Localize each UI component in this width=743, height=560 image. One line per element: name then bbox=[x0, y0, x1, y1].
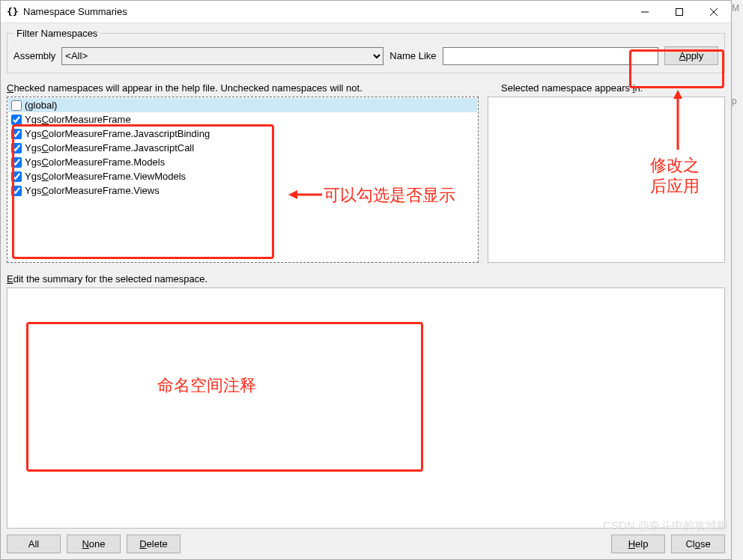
edit-summary-label: Edit the summary for the selected namesp… bbox=[7, 273, 725, 284]
bottom-buttons: All None Delete Help Close bbox=[7, 535, 725, 553]
namespace-label: YgsColorMeasureFrame.JavascriptCall bbox=[25, 142, 194, 153]
filter-group: Filter Namespaces Assembly <All> Name Li… bbox=[7, 28, 725, 73]
namespace-label: YgsColorMeasureFrame.Views bbox=[25, 185, 160, 196]
close-button[interactable] bbox=[697, 1, 731, 22]
all-button[interactable]: All bbox=[7, 535, 61, 553]
minimize-button[interactable] bbox=[628, 1, 662, 22]
window: {} Namespace Summaries Filter Namespaces… bbox=[0, 0, 732, 560]
appears-in-box bbox=[488, 97, 725, 263]
namespace-checkbox[interactable] bbox=[11, 186, 22, 196]
none-button[interactable]: None bbox=[67, 535, 121, 553]
namespace-label: YgsColorMeasureFrame bbox=[25, 114, 131, 125]
list-headers: Checked namespaces will appear in the he… bbox=[7, 82, 725, 94]
apply-button[interactable]: Apply bbox=[664, 46, 718, 65]
list-item[interactable]: (global) bbox=[8, 98, 477, 112]
list-item[interactable]: YgsColorMeasureFrame.ViewModels bbox=[8, 169, 477, 183]
list-item[interactable]: YgsColorMeasureFrame.Views bbox=[8, 183, 477, 198]
namespace-label: YgsColorMeasureFrame.ViewModels bbox=[25, 171, 186, 182]
close-dialog-button[interactable]: Close bbox=[671, 535, 725, 553]
minimize-icon bbox=[641, 8, 649, 16]
cropped-edge: M p bbox=[732, 0, 742, 106]
namespace-checkbox[interactable] bbox=[11, 100, 22, 111]
namespace-label: (global) bbox=[25, 100, 57, 111]
namespace-checkbox[interactable] bbox=[11, 115, 22, 125]
namespace-checkbox[interactable] bbox=[11, 143, 22, 153]
app-icon: {} bbox=[7, 6, 19, 18]
filter-legend: Filter Namespaces bbox=[13, 28, 100, 39]
summary-editor[interactable] bbox=[7, 287, 725, 529]
maximize-button[interactable] bbox=[662, 1, 697, 22]
columns: (global)YgsColorMeasureFrameYgsColorMeas… bbox=[7, 97, 725, 263]
assembly-select[interactable]: <All> bbox=[61, 47, 383, 65]
filter-row: Assembly <All> Name Like Apply bbox=[13, 46, 718, 65]
namelike-label: Name Like bbox=[389, 50, 436, 61]
titlebar: {} Namespace Summaries bbox=[1, 1, 731, 23]
selected-hint: Selected namespace appears in: bbox=[501, 82, 725, 94]
namespace-checkbox[interactable] bbox=[11, 171, 22, 182]
namespace-checkbox[interactable] bbox=[11, 157, 22, 168]
window-controls bbox=[628, 1, 731, 22]
maximize-icon bbox=[676, 8, 683, 16]
help-button[interactable]: Help bbox=[611, 535, 665, 553]
assembly-label: Assembly bbox=[13, 50, 55, 61]
list-item[interactable]: YgsColorMeasureFrame bbox=[8, 112, 477, 127]
close-icon bbox=[710, 8, 718, 16]
namespace-checkbox[interactable] bbox=[11, 129, 22, 139]
namespace-label: YgsColorMeasureFrame.JavascriptBinding bbox=[25, 128, 210, 139]
content: Filter Namespaces Assembly <All> Name Li… bbox=[1, 23, 731, 559]
checked-hint: Checked namespaces will appear in the he… bbox=[7, 82, 486, 94]
window-title: Namespace Summaries bbox=[23, 6, 628, 17]
delete-button[interactable]: Delete bbox=[127, 535, 181, 553]
list-item[interactable]: YgsColorMeasureFrame.Models bbox=[8, 155, 477, 169]
list-item[interactable]: YgsColorMeasureFrame.JavascriptCall bbox=[8, 141, 477, 155]
namelike-input[interactable] bbox=[443, 47, 659, 65]
svg-rect-1 bbox=[676, 8, 683, 15]
list-item[interactable]: YgsColorMeasureFrame.JavascriptBinding bbox=[8, 127, 477, 141]
namespace-list[interactable]: (global)YgsColorMeasureFrameYgsColorMeas… bbox=[7, 97, 479, 263]
namespace-label: YgsColorMeasureFrame.Models bbox=[25, 156, 165, 168]
